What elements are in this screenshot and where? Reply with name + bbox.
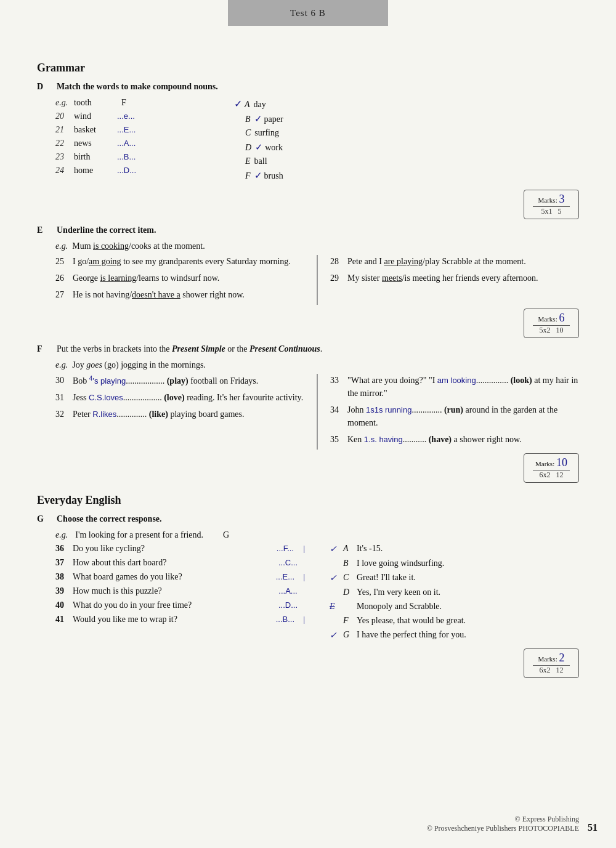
- compound-row-21: 21 basket ...E...: [55, 125, 148, 135]
- section-e-text: Underline the correct item.: [57, 225, 156, 235]
- footer-line2: © Prosveshcheniye Publishers PHOTOCOPIAB…: [427, 824, 579, 833]
- ex-e-right: 28 Pete and I are playing/play Scrabble …: [317, 255, 579, 305]
- section-e-instruction: E Underline the correct item.: [37, 225, 579, 235]
- marks-e-bracket: Marks: 6 5x2 10: [524, 309, 579, 338]
- ex-e-29: 29 My sister meets/is meeting her friend…: [330, 272, 579, 285]
- section-f-text: Put the verbs in brackets into the Prese…: [57, 344, 322, 354]
- footer: © Express Publishing © Prosveshcheniye P…: [427, 815, 579, 833]
- compound-option-E: E ball: [234, 156, 314, 166]
- resp-row-37: 37 How about this dart board? ...C...: [55, 558, 305, 568]
- compound-row-22: 22 news ...A...: [55, 139, 148, 148]
- marks-g-bracket: Marks: 2 6x2 12: [524, 648, 579, 678]
- ex-f-34: 34 John 1s1s running.............. (run)…: [330, 403, 579, 429]
- section-f-instruction: F Put the verbs in brackets into the Pre…: [37, 344, 579, 354]
- section-g-text: Choose the correct response.: [57, 514, 162, 524]
- response-section: 36 Do you like cycling? ...F... | 37 How…: [55, 544, 579, 645]
- ex-e-left: 25 I go/am going to see my grandparents …: [55, 255, 317, 305]
- resp-option-B: B I love going windsurfing.: [330, 559, 579, 568]
- exercise-f-columns: 30 Bob 4's playing.................. (pl…: [55, 374, 579, 450]
- header-title: Test 6 B: [290, 8, 326, 18]
- ex-f-35: 35 Ken 1.s. having........... (have) a s…: [330, 433, 579, 446]
- compound-option-C: C surfing: [234, 128, 314, 138]
- response-options: ✓ A It's -15. B I love going windsurfing…: [330, 544, 579, 645]
- grammar-section-title: Grammar: [37, 62, 579, 75]
- compound-row-20: 20 wind ...e...: [55, 111, 148, 121]
- compound-option-D: D ✓ work: [234, 142, 314, 153]
- everyday-english-title: Everyday English: [37, 494, 579, 507]
- ex-e-26: 26 George is learning/learns to windsurf…: [55, 272, 304, 285]
- ex-f-33: 33 "What are you doing?" "I am looking..…: [330, 374, 579, 400]
- compound-row-24: 24 home ...D...: [55, 166, 148, 176]
- marks-f: Marks: 10 6x2 12: [37, 453, 579, 483]
- everyday-english-section: Everyday English G Choose the correct re…: [37, 494, 579, 678]
- section-e-letter: E: [37, 225, 49, 235]
- compound-option-F: F ✓ brush: [234, 170, 314, 181]
- marks-g: Marks: 2 6x2 12: [37, 648, 579, 678]
- ex-f-left: 30 Bob 4's playing.................. (pl…: [55, 374, 317, 450]
- ex-e-25: 25 I go/am going to see my grandparents …: [55, 255, 304, 268]
- ex-f-right: 33 "What are you doing?" "I am looking..…: [317, 374, 579, 450]
- compound-left: e.g. tooth F 20 wind ...e... 21 basket .…: [55, 98, 148, 179]
- resp-option-G: ✓ G I have the perfect thing for you.: [330, 630, 579, 640]
- resp-row-41: 41 Would you like me to wrap it? ...B...…: [55, 615, 305, 624]
- compound-table: e.g. tooth F 20 wind ...e... 21 basket .…: [55, 98, 579, 185]
- resp-row-39: 39 How much is this puzzle? ...A...: [55, 586, 305, 596]
- exercise-e-columns: 25 I go/am going to see my grandparents …: [55, 255, 579, 305]
- page-number: 51: [588, 822, 598, 833]
- ex-f-32: 32 Peter R.likes.............. (like) pl…: [55, 408, 304, 421]
- ex-f-31: 31 Jess C.S.loves.................. (lov…: [55, 391, 304, 404]
- resp-option-E: E Monopoly and Scrabble.: [330, 602, 579, 612]
- marks-d-bracket: Marks: 3 5x1 5: [524, 190, 579, 219]
- compound-eg-row: e.g. tooth F: [55, 98, 148, 108]
- resp-option-A: ✓ A It's -15.: [330, 544, 579, 554]
- ex-e-28: 28 Pete and I are playing/play Scrabble …: [330, 255, 579, 268]
- resp-option-F: F Yes please, that would be great.: [330, 616, 579, 626]
- compound-option-A: ✓ A day: [234, 98, 314, 110]
- compound-row-23: 23 birth ...B...: [55, 152, 148, 162]
- section-g-letter: G: [37, 514, 49, 524]
- section-d-instruction: D Match the words to make compound nouns…: [37, 82, 579, 92]
- section-e-eg: e.g. Mum is cooking/cooks at the moment.: [55, 241, 579, 251]
- ex-f-30: 30 Bob 4's playing.................. (pl…: [55, 374, 304, 387]
- compound-right: ✓ A day B ✓ paper C surfing D ✓ work: [234, 98, 314, 185]
- section-f-letter: F: [37, 344, 49, 354]
- section-d-text: Match the words to make compound nouns.: [57, 82, 218, 92]
- header-bar: Test 6 B: [228, 0, 388, 26]
- page: Test 6 B Grammar D Match the words to ma…: [0, 0, 616, 848]
- section-f-eg: e.g. Joy goes (go) jogging in the mornin…: [55, 360, 579, 370]
- resp-option-D: D Yes, I'm very keen on it.: [330, 588, 579, 597]
- footer-line1: © Express Publishing: [427, 815, 579, 824]
- section-g-instruction: G Choose the correct response.: [37, 514, 579, 524]
- section-d-letter: D: [37, 82, 49, 92]
- ex-e-27: 27 He is not having/doesn't have a showe…: [55, 288, 304, 301]
- resp-row-40: 40 What do you do in your free time? ...…: [55, 600, 305, 610]
- marks-e: Marks: 6 5x2 10: [37, 309, 579, 338]
- resp-row-38: 38 What board games do you like? ...E...…: [55, 572, 305, 582]
- marks-d: Marks: 3 5x1 5: [37, 190, 579, 219]
- compound-option-B: B ✓ paper: [234, 113, 314, 124]
- marks-f-bracket: Marks: 10 6x2 12: [524, 453, 579, 483]
- resp-option-C: ✓ C Great! I'll take it.: [330, 573, 579, 583]
- response-questions: 36 Do you like cycling? ...F... | 37 How…: [55, 544, 305, 645]
- resp-row-36: 36 Do you like cycling? ...F... |: [55, 544, 305, 554]
- section-g-eg: e.g. I'm looking for a present for a fri…: [55, 530, 579, 540]
